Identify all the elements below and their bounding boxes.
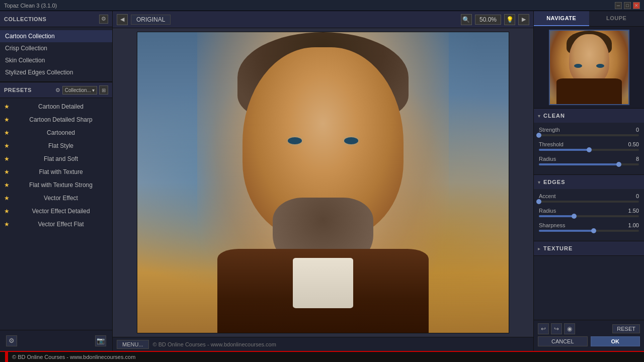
settings-button[interactable]: ⚙ <box>6 335 17 346</box>
strength-track[interactable] <box>539 134 639 136</box>
arrow-left-icon: ◀ <box>120 16 124 23</box>
redo-icon: ↪ <box>554 325 559 332</box>
radius-edges-thumb[interactable] <box>572 214 577 219</box>
nav-tabs: NAVIGATE LOUPE <box>534 11 644 27</box>
preset-item-vector-detailed[interactable]: ★ Vector Effect Detailed <box>0 205 112 218</box>
thumbnail-eye-right <box>596 64 604 68</box>
sharpness-track[interactable] <box>539 230 639 232</box>
copyright: © BD Online Courses - www.bdonlinecourse… <box>153 341 276 347</box>
threshold-label: Threshold <box>539 141 564 147</box>
camera-button[interactable]: 📷 <box>95 335 106 346</box>
color-icon: ◉ <box>567 325 572 332</box>
close-button[interactable]: ✕ <box>633 2 640 9</box>
accent-track[interactable] <box>539 201 639 203</box>
collection-item-cartoon[interactable]: Cartoon Collection <box>0 30 112 42</box>
preset-item-cartooned[interactable]: ★ Cartooned <box>0 126 112 139</box>
chevron-down-icon: ▾ <box>92 87 95 93</box>
preset-item-flat-with-texture[interactable]: ★ Flat with Texture <box>0 165 112 178</box>
undo-button[interactable]: ↩ <box>538 323 549 334</box>
bulb-button[interactable]: 💡 <box>504 14 515 25</box>
radius-edges-fill <box>539 215 574 217</box>
tab-loupe[interactable]: LOUPE <box>589 11 645 26</box>
presets-list: ★ Cartoon Detailed ★ Cartoon Detailed Sh… <box>0 98 112 330</box>
thumbnail-coat <box>556 78 622 105</box>
preset-item-flat-texture-strong[interactable]: ★ Flat with Texture Strong <box>0 178 112 192</box>
collection-item-crisp[interactable]: Crisp Collection <box>0 42 112 54</box>
edges-section: ▾ EDGES Accent 0 <box>534 175 644 241</box>
tab-navigate[interactable]: NAVIGATE <box>534 11 589 26</box>
thumbnail-area <box>534 27 644 109</box>
search-button[interactable]: 🔍 <box>461 14 472 25</box>
menu-button[interactable]: MENU... <box>117 340 149 349</box>
settings-icon: ⚙ <box>9 337 15 344</box>
app-body: COLLECTIONS ⚙ Cartoon Collection Crisp C… <box>0 11 644 351</box>
red-bar-decoration <box>5 352 8 362</box>
radius-clean-label: Radius <box>539 156 556 162</box>
radius-edges-label: Radius <box>539 208 556 214</box>
star-icon: ★ <box>4 142 10 149</box>
star-icon: ★ <box>4 221 10 228</box>
preset-item-flat-style[interactable]: ★ Flat Style <box>0 139 112 152</box>
redo-button[interactable]: ↪ <box>551 323 562 334</box>
minimize-button[interactable]: ─ <box>615 2 622 9</box>
right-footer-row1: ↩ ↪ ◉ RESET <box>538 323 640 334</box>
thumbnail-eyes <box>574 64 604 68</box>
threshold-track[interactable] <box>539 149 639 151</box>
radius-clean-value: 8 <box>636 156 639 162</box>
collection-item-skin[interactable]: Skin Collection <box>0 54 112 66</box>
undo-icon: ↩ <box>541 325 546 332</box>
edges-section-header[interactable]: ▾ EDGES <box>534 175 644 189</box>
star-icon: ★ <box>4 155 10 162</box>
maximize-button[interactable]: □ <box>624 2 631 9</box>
clean-section-header[interactable]: ▾ CLEAN <box>534 109 644 123</box>
preset-item-vector-flat[interactable]: ★ Vector Effect Flat <box>0 218 112 231</box>
accent-thumb[interactable] <box>536 199 541 204</box>
collection-item-stylized[interactable]: Stylized Edges Collection <box>0 66 112 78</box>
sharpness-thumb[interactable] <box>591 228 596 233</box>
clean-section: ▾ CLEAN Strength 0 <box>534 109 644 175</box>
texture-section-title: TEXTURE <box>543 245 573 251</box>
presets-controls: ⚙ Collection... ▾ ⊞ <box>55 85 108 95</box>
collections-gear-button[interactable]: ⚙ <box>99 15 108 24</box>
preset-item-cartoon-detailed[interactable]: ★ Cartoon Detailed <box>0 100 112 113</box>
original-label: ORIGINAL <box>131 15 171 25</box>
grid-view-button[interactable]: ⊞ <box>99 85 108 95</box>
radius-clean-track[interactable] <box>539 163 639 165</box>
reset-button[interactable]: RESET <box>612 324 640 333</box>
panels-area: ▾ CLEAN Strength 0 <box>534 109 644 320</box>
cancel-button[interactable]: CANCEL <box>538 336 588 346</box>
radius-clean-thumb[interactable] <box>616 162 621 167</box>
nav-right-button[interactable]: ▶ <box>518 14 529 25</box>
threshold-slider-row: Threshold 0.50 <box>539 141 639 151</box>
threshold-fill <box>539 149 589 151</box>
preset-item-flat-and-soft[interactable]: ★ Flat and Soft <box>0 152 112 165</box>
accent-value: 0 <box>636 193 639 199</box>
left-panel: COLLECTIONS ⚙ Cartoon Collection Crisp C… <box>0 11 113 351</box>
texture-section-header[interactable]: ▸ TEXTURE <box>534 241 644 255</box>
nav-left-button[interactable]: ◀ <box>117 14 128 25</box>
radius-edges-track[interactable] <box>539 215 639 217</box>
clean-section-title: CLEAN <box>543 113 565 119</box>
collections-header: COLLECTIONS ⚙ <box>0 11 112 27</box>
preset-item-vector-effect[interactable]: ★ Vector Effect <box>0 192 112 205</box>
search-icon: 🔍 <box>462 16 470 23</box>
strength-thumb[interactable] <box>536 133 541 138</box>
threshold-thumb[interactable] <box>587 147 592 152</box>
right-footer-row2: CANCEL OK <box>538 336 640 346</box>
edges-collapse-icon: ▾ <box>538 179 540 185</box>
radius-edges-value: 1.50 <box>628 208 639 214</box>
color-button[interactable]: ◉ <box>564 323 575 334</box>
preset-item-cartoon-detailed-sharp[interactable]: ★ Cartoon Detailed Sharp <box>0 113 112 126</box>
star-icon: ★ <box>4 182 10 189</box>
strength-slider-row: Strength 0 <box>539 127 639 136</box>
left-panel-footer: ⚙ 📷 <box>0 330 112 351</box>
strength-label: Strength <box>539 127 560 133</box>
camera-icon: 📷 <box>97 337 105 344</box>
ok-button[interactable]: OK <box>591 336 640 346</box>
collection-dropdown[interactable]: Collection... ▾ <box>62 86 97 95</box>
sharpness-label: Sharpness <box>539 222 566 228</box>
radius-clean-slider-row: Radius 8 <box>539 156 639 165</box>
star-icon: ★ <box>4 168 10 175</box>
zoom-level: 50.0% <box>475 15 501 25</box>
title-bar: Topaz Clean 3 (3.1.0) ─ □ ✕ <box>0 0 644 11</box>
